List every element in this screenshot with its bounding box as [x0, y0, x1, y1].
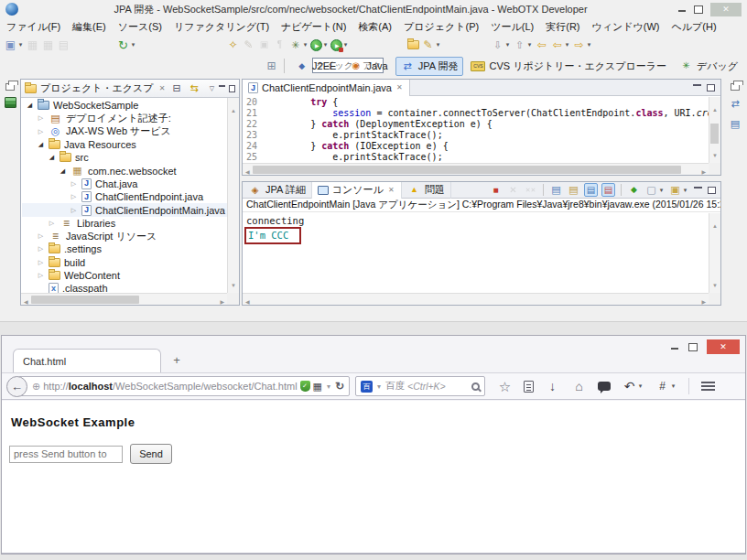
dropdown-icon[interactable] — [17, 41, 24, 48]
clear-console-button[interactable]: ▤ — [548, 182, 564, 199]
close-icon[interactable] — [707, 339, 740, 354]
expand-icon[interactable]: ◢ — [26, 102, 34, 109]
dropdown-icon[interactable] — [302, 41, 309, 48]
scroll-left-icon[interactable] — [245, 291, 250, 307]
dropdown-icon[interactable] — [586, 41, 592, 48]
tree-item[interactable]: ◢Java Resources — [22, 138, 227, 151]
scroll-left-icon[interactable] — [245, 161, 250, 178]
tree-item[interactable]: ▷JChatClientEndpoint.java — [22, 190, 227, 203]
display-selected-console-button[interactable]: ▢ — [644, 182, 666, 199]
debug-button[interactable]: ✳ — [287, 37, 309, 53]
show-whitespace-button[interactable]: ¶ — [272, 37, 287, 53]
menu-item[interactable]: ヘルプ(H) — [672, 20, 717, 34]
scroll-lock-button[interactable]: ▤ — [566, 182, 581, 199]
search-icon[interactable] — [471, 382, 480, 391]
scroll-up-icon[interactable] — [712, 215, 718, 232]
last-edit-button[interactable]: ⇦ — [534, 37, 549, 53]
print-button[interactable]: ▤ — [56, 37, 71, 53]
dropdown-icon[interactable] — [670, 382, 677, 390]
forward-button[interactable]: ⇨ — [571, 37, 593, 53]
scroll-down-icon[interactable] — [712, 275, 718, 291]
console-vertical-scrollbar[interactable] — [709, 213, 720, 293]
menu-item[interactable]: ツール(L) — [491, 20, 534, 34]
new-tab-icon[interactable] — [170, 353, 183, 366]
tree-item[interactable]: ▷WebContent — [22, 269, 227, 282]
mark-occurrences-button[interactable]: ▣ — [256, 37, 272, 53]
qr-code-icon[interactable] — [313, 381, 322, 393]
menu-item[interactable]: ソース(S) — [118, 20, 162, 34]
scroll-down-icon[interactable] — [231, 275, 236, 291]
tree-item[interactable]: ▷JChat.java — [22, 178, 227, 190]
reload-icon[interactable] — [335, 380, 344, 393]
expand-icon[interactable]: ▷ — [70, 207, 78, 214]
console-horizontal-scrollbar[interactable] — [243, 293, 709, 305]
dropdown-icon[interactable] — [130, 41, 136, 48]
expand-icon[interactable]: ▷ — [37, 272, 45, 279]
menu-item[interactable]: 検索(A) — [358, 20, 392, 34]
expand-icon[interactable]: ◢ — [59, 167, 67, 175]
console-output[interactable]: connectingI'm CCC — [243, 213, 709, 293]
view-menu-icon[interactable] — [209, 85, 215, 92]
dropdown-icon[interactable] — [564, 41, 570, 48]
pin-console-button[interactable]: ◆ — [626, 182, 642, 199]
dropdown-icon[interactable] — [375, 382, 383, 391]
open-type-button[interactable] — [406, 37, 420, 53]
prev-annotation-button[interactable]: ⇧ — [512, 37, 534, 53]
terminate-button[interactable]: ■ — [488, 182, 503, 199]
home-button[interactable]: ⌂ — [570, 378, 588, 394]
save-button[interactable]: ▦ — [25, 37, 40, 53]
url-bar[interactable]: http://localhost/WebSocketSample/websock… — [18, 376, 350, 396]
menu-item[interactable]: ウィンドウ(W) — [592, 20, 660, 34]
minimize-view-icon[interactable] — [219, 84, 225, 92]
expand-icon[interactable]: ▷ — [37, 245, 45, 253]
explorer-horizontal-scrollbar[interactable] — [21, 293, 227, 305]
jpa-details-view-icon[interactable]: ▤ — [729, 117, 742, 131]
bookmarks-menu-button[interactable] — [523, 378, 535, 394]
bookmark-star-button[interactable]: ☆ — [496, 378, 514, 394]
dropdown-icon[interactable] — [526, 41, 533, 48]
show-stdout-console-button[interactable]: ▤ — [583, 182, 599, 199]
new-wizard-button[interactable]: ▣ — [3, 37, 25, 53]
back-button[interactable]: ⇦ — [549, 37, 571, 53]
open-console-button[interactable]: ▣ — [667, 182, 689, 199]
close-tab-icon[interactable] — [387, 186, 395, 194]
dropdown-icon[interactable] — [435, 41, 441, 48]
send-button[interactable]: Send — [130, 444, 172, 464]
code-editor[interactable]: 20 try {21 session = container.connectTo… — [243, 97, 709, 163]
maximize-view-icon[interactable] — [229, 85, 235, 92]
search-bar[interactable]: 百度 <Ctrl+K> — [355, 376, 485, 396]
hamburger-menu-button[interactable] — [700, 378, 716, 394]
security-shield-icon[interactable] — [300, 381, 310, 392]
link-with-editor-icon[interactable]: ⇆ — [188, 81, 201, 95]
remove-launch-button[interactable]: ✕ — [505, 182, 521, 199]
project-explorer-title[interactable]: プロジェクト・エクスプローラー — [40, 81, 155, 95]
maximize-view-icon[interactable] — [707, 84, 715, 92]
expand-icon[interactable]: ◢ — [48, 154, 56, 161]
perspective-button[interactable]: ✳デバッグ — [674, 57, 743, 76]
expand-icon[interactable]: ▷ — [70, 193, 78, 200]
scroll-right-icon[interactable] — [701, 161, 706, 178]
expand-icon[interactable]: ▷ — [37, 259, 45, 266]
expand-icon[interactable]: ▷ — [37, 114, 45, 122]
perspective-button[interactable]: CVS リポジトリー・エクスプローラー — [465, 57, 672, 76]
maximize-icon[interactable] — [694, 5, 703, 14]
minimize-view-icon[interactable] — [694, 186, 702, 194]
editor-horizontal-scrollbar[interactable] — [243, 163, 709, 175]
tree-item[interactable]: ▷.settings — [22, 242, 227, 255]
save-all-button[interactable]: ▦ — [40, 37, 56, 53]
menu-item[interactable]: 編集(E) — [72, 20, 106, 34]
minimize-view-icon[interactable] — [693, 83, 701, 92]
chat-bubble-button[interactable] — [597, 378, 612, 394]
tree-item[interactable]: ◢src — [22, 151, 227, 164]
dropdown-icon[interactable] — [342, 41, 349, 48]
browser-tab[interactable]: Chat.html — [13, 349, 161, 372]
tree-item[interactable]: ▷≡Libraries — [22, 217, 227, 230]
pen-button[interactable]: ✎ — [241, 37, 256, 53]
scroll-up-icon[interactable] — [712, 99, 718, 115]
perspective-button[interactable]: ⇄JPA 開発 — [395, 57, 464, 76]
close-view-icon[interactable] — [158, 84, 167, 92]
scroll-right-icon[interactable] — [220, 291, 224, 307]
scroll-up-icon[interactable] — [231, 100, 236, 116]
explorer-vertical-scrollbar[interactable] — [227, 98, 239, 293]
baidu-engine-icon[interactable] — [361, 381, 373, 393]
